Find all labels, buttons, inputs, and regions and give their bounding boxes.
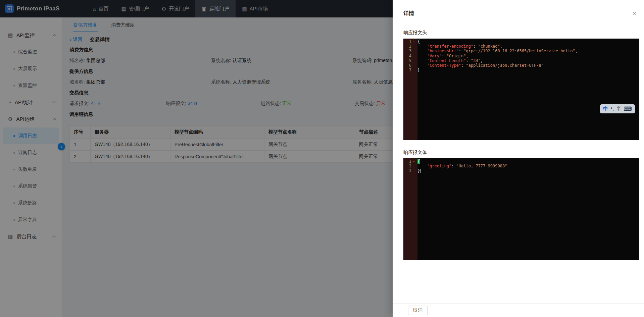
detail-drawer: 详情 × 响应报文头 1-234567{ "transfer-encoding"… — [393, 0, 644, 317]
line-number: 7 — [403, 68, 411, 72]
ime-panel: 中 °, 半 ⌨ — [600, 104, 635, 113]
fold-marker-icon: - — [411, 39, 416, 44]
response-body-code-editor[interactable]: 1-23{ "greeting": "Hello, 7777 9999988"} — [403, 158, 639, 260]
line-number: 4 — [403, 54, 411, 58]
response-headers-code-editor[interactable]: 1-234567{ "transfer-encoding": "chunked"… — [403, 39, 639, 140]
ime-language-indicator: 中 — [603, 106, 608, 112]
fold-marker-icon — [411, 168, 416, 173]
fold-marker-icon — [411, 54, 416, 58]
fold-marker-icon — [411, 63, 416, 68]
fold-marker-icon — [411, 58, 416, 63]
line-number: 2 — [403, 44, 411, 49]
code-line: } — [417, 68, 639, 72]
response-headers-label: 响应报文头 — [403, 30, 639, 36]
keyboard-icon: ⌨ — [624, 105, 632, 112]
fold-marker-icon — [411, 68, 416, 72]
code-line: "Vary": "Origin", — [417, 54, 639, 58]
ime-halfwidth-indicator: 半 — [616, 106, 621, 112]
line-number: 3 — [403, 168, 411, 173]
line-number: 1 — [403, 39, 411, 44]
line-number: 2 — [403, 164, 411, 168]
editor-gutter: 1-234567 — [403, 39, 417, 140]
code-line: "Content-Length": "34", — [417, 58, 639, 63]
line-number: 3 — [403, 49, 411, 53]
editor-code: { "greeting": "Hello, 7777 9999988"} — [417, 158, 639, 260]
line-number: 6 — [403, 63, 411, 68]
fold-marker-icon: - — [411, 159, 416, 164]
fold-marker-icon — [411, 49, 416, 53]
code-line: "greeting": "Hello, 7777 9999988" — [417, 164, 639, 168]
fold-marker-icon — [411, 164, 416, 168]
editor-code: { "transfer-encoding": "chunked", "busin… — [417, 39, 639, 140]
drawer-footer: 取消 — [393, 303, 644, 317]
code-line: { — [417, 159, 639, 164]
line-number: 1 — [403, 159, 411, 164]
editor-gutter: 1-23 — [403, 158, 417, 260]
code-line: } — [417, 168, 639, 173]
code-line: "Content-Type": "application/json;charse… — [417, 63, 639, 68]
app-root: Primeton iPaaS ⌂首页▦管理门户⚙开发门户▣运维门户▩API市场 … — [0, 0, 644, 317]
drawer-header: 详情 × — [393, 0, 644, 20]
code-line: "transfer-encoding": "chunked", — [417, 44, 639, 49]
response-body-label: 响应报文体 — [403, 150, 639, 156]
fold-marker-icon — [411, 44, 416, 49]
code-line: "businessUrl": "grpc://192.168.16.22:656… — [417, 49, 639, 53]
line-number: 5 — [403, 58, 411, 63]
cancel-button[interactable]: 取消 — [408, 306, 428, 315]
ime-punctuation-indicator: °, — [610, 106, 614, 112]
close-button[interactable]: × — [632, 9, 637, 17]
close-icon: × — [633, 10, 636, 17]
code-line: { — [417, 39, 639, 44]
drawer-title: 详情 — [403, 10, 414, 17]
text-cursor — [420, 169, 420, 173]
drawer-body: 响应报文头 1-234567{ "transfer-encoding": "ch… — [393, 20, 644, 303]
